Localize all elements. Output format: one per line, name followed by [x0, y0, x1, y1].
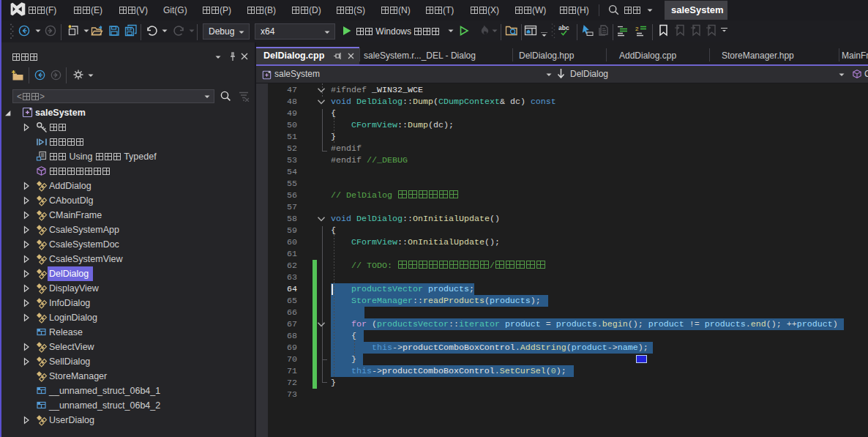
svg-text:2: 2: [635, 26, 639, 32]
svg-text:abc: abc: [558, 24, 569, 31]
